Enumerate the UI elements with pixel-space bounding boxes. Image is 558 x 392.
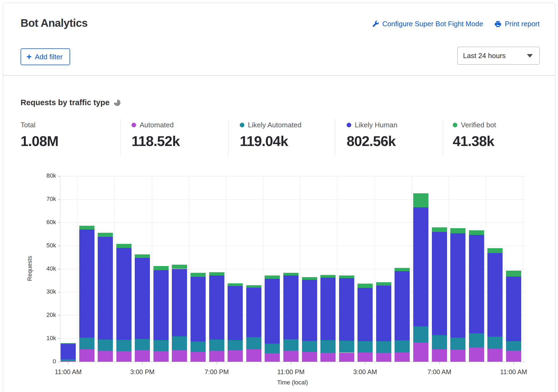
bar-segment-likely-human[interactable] [265, 279, 280, 344]
bar-segment-likely-automated[interactable] [246, 337, 261, 349]
bar-segment-likely-human[interactable] [302, 280, 317, 341]
bar-segment-verified-bot[interactable] [98, 233, 113, 237]
bar-segment-likely-human[interactable] [376, 285, 391, 341]
add-filter-button[interactable]: + Add filter [21, 48, 70, 65]
bar-segment-verified-bot[interactable] [172, 265, 187, 269]
bar-segment-verified-bot[interactable] [61, 343, 76, 344]
bar-segment-verified-bot[interactable] [469, 230, 484, 235]
bar-segment-verified-bot[interactable] [357, 284, 373, 288]
bar-segment-verified-bot[interactable] [209, 272, 224, 276]
bar-segment-likely-human[interactable] [209, 275, 224, 339]
bar-segment-automated[interactable] [98, 351, 113, 362]
bar-segment-likely-human[interactable] [246, 288, 261, 337]
bar-segment-likely-automated[interactable] [506, 341, 521, 350]
bar-segment-automated[interactable] [79, 349, 94, 362]
bar-segment-likely-automated[interactable] [469, 333, 484, 347]
bar-segment-verified-bot[interactable] [79, 226, 94, 230]
bar-segment-automated[interactable] [469, 347, 484, 362]
bar-segment-likely-automated[interactable] [79, 338, 94, 350]
bar-segment-likely-human[interactable] [395, 271, 410, 340]
bar-segment-likely-automated[interactable] [450, 338, 465, 350]
bar-segment-likely-human[interactable] [228, 286, 243, 340]
bar-segment-automated[interactable] [172, 350, 187, 362]
bar-segment-likely-automated[interactable] [376, 341, 391, 353]
bar-segment-verified-bot[interactable] [283, 273, 298, 275]
bar-segment-verified-bot[interactable] [320, 275, 336, 278]
bar-segment-likely-human[interactable] [432, 232, 447, 335]
bar-segment-verified-bot[interactable] [395, 268, 410, 271]
bar-segment-verified-bot[interactable] [153, 266, 169, 270]
print-report-link[interactable]: Print report [494, 20, 540, 28]
bar-segment-likely-automated[interactable] [339, 341, 354, 353]
bar-segment-likely-automated[interactable] [228, 340, 243, 350]
bar-segment-verified-bot[interactable] [135, 254, 150, 258]
bar-segment-automated[interactable] [265, 353, 280, 362]
bar-segment-automated[interactable] [61, 361, 76, 362]
bar-segment-likely-human[interactable] [116, 248, 132, 340]
bar-segment-likely-automated[interactable] [172, 336, 187, 350]
bar-segment-likely-human[interactable] [172, 269, 187, 337]
bar-segment-likely-automated[interactable] [191, 341, 206, 352]
bar-segment-likely-human[interactable] [469, 235, 484, 333]
bar-segment-likely-human[interactable] [153, 270, 169, 340]
bar-segment-automated[interactable] [320, 353, 336, 362]
bar-segment-automated[interactable] [376, 353, 391, 362]
bar-segment-verified-bot[interactable] [413, 193, 428, 207]
bar-segment-likely-human[interactable] [450, 233, 465, 338]
bar-segment-likely-human[interactable] [79, 230, 94, 338]
bar-segment-verified-bot[interactable] [487, 248, 503, 253]
bar-segment-likely-human[interactable] [61, 344, 76, 359]
bar-segment-automated[interactable] [116, 351, 132, 362]
bar-segment-automated[interactable] [506, 351, 521, 362]
bar-segment-likely-automated[interactable] [302, 341, 317, 352]
bar-segment-verified-bot[interactable] [432, 227, 447, 232]
bar-segment-automated[interactable] [302, 352, 317, 362]
bar-segment-likely-automated[interactable] [209, 340, 224, 351]
bar-segment-likely-human[interactable] [487, 253, 503, 337]
bar-segment-automated[interactable] [413, 343, 428, 362]
bar-segment-likely-automated[interactable] [320, 340, 336, 353]
bar-segment-automated[interactable] [191, 352, 206, 362]
bar-segment-automated[interactable] [246, 349, 261, 362]
bar-segment-likely-human[interactable] [413, 207, 428, 327]
bar-segment-automated[interactable] [153, 351, 169, 362]
configure-super-bot-fight-mode-link[interactable]: Configure Super Bot Fight Mode [372, 20, 483, 28]
bar-segment-likely-human[interactable] [357, 288, 373, 341]
bar-segment-likely-automated[interactable] [395, 340, 410, 353]
bar-segment-automated[interactable] [228, 350, 243, 362]
bar-segment-likely-human[interactable] [320, 278, 336, 340]
bar-segment-automated[interactable] [135, 350, 150, 362]
bar-segment-verified-bot[interactable] [339, 275, 354, 278]
bar-segment-likely-automated[interactable] [265, 344, 280, 353]
bar-segment-automated[interactable] [432, 349, 447, 362]
bar-segment-likely-human[interactable] [98, 237, 113, 340]
bar-segment-likely-human[interactable] [339, 278, 354, 341]
bar-segment-likely-automated[interactable] [116, 340, 132, 351]
bar-segment-likely-human[interactable] [283, 275, 298, 339]
bar-segment-likely-human[interactable] [191, 277, 206, 342]
bar-segment-likely-automated[interactable] [413, 326, 428, 342]
time-range-select[interactable]: Last 24 hours [457, 47, 540, 65]
bar-segment-verified-bot[interactable] [246, 285, 261, 288]
bar-segment-verified-bot[interactable] [450, 228, 465, 233]
bar-segment-likely-human[interactable] [506, 277, 521, 341]
bar-segment-verified-bot[interactable] [191, 273, 206, 277]
bar-segment-likely-automated[interactable] [357, 341, 373, 353]
bar-segment-likely-automated[interactable] [283, 339, 298, 351]
bar-segment-verified-bot[interactable] [302, 277, 317, 280]
bar-segment-likely-automated[interactable] [98, 340, 113, 351]
bar-segment-verified-bot[interactable] [116, 244, 132, 248]
bar-segment-verified-bot[interactable] [376, 282, 391, 285]
bar-segment-likely-automated[interactable] [432, 335, 447, 349]
bar-segment-automated[interactable] [357, 353, 373, 362]
bar-segment-likely-automated[interactable] [153, 340, 169, 351]
bar-segment-likely-human[interactable] [135, 258, 150, 339]
bar-segment-verified-bot[interactable] [506, 271, 521, 277]
bar-segment-automated[interactable] [395, 353, 410, 362]
bar-segment-likely-automated[interactable] [61, 359, 76, 361]
bar-segment-verified-bot[interactable] [265, 275, 280, 278]
bar-segment-automated[interactable] [450, 350, 465, 362]
bar-segment-likely-automated[interactable] [135, 339, 150, 350]
bar-segment-automated[interactable] [487, 349, 503, 362]
bar-segment-automated[interactable] [283, 351, 298, 362]
